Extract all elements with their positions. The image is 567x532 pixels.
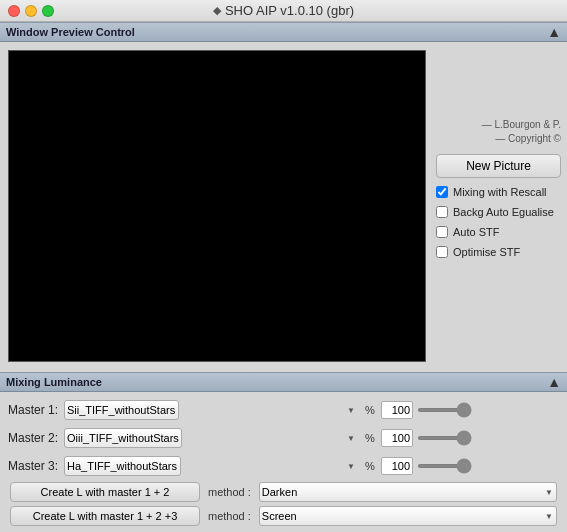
- master-1-label: Master 1:: [8, 403, 60, 417]
- auto-stf-row: Auto STF: [436, 226, 561, 238]
- master-2-select[interactable]: Oiii_TIFF_withoutStars: [64, 428, 182, 448]
- right-panel: — L.Bourgon & P. — Copyright © New Pictu…: [434, 42, 567, 372]
- maximize-button[interactable]: [42, 5, 54, 17]
- method-1-select[interactable]: Darken Screen Lighten Multiply Average: [259, 482, 557, 502]
- titlebar: ◆ SHO AIP v1.0.10 (gbr): [0, 0, 567, 22]
- master-2-label: Master 2:: [8, 431, 60, 445]
- mixing-luminance-header: Mixing Luminance ▲: [0, 372, 567, 392]
- window-preview-label: Window Preview Control: [6, 26, 135, 38]
- master-2-slider[interactable]: [417, 436, 472, 440]
- create-l-1-2-3-button[interactable]: Create L with master 1 + 2 +3: [10, 506, 200, 526]
- window-controls[interactable]: [8, 5, 54, 17]
- close-button[interactable]: [8, 5, 20, 17]
- app-icon: ◆: [213, 4, 221, 17]
- optimise-stf-label: Optimise STF: [453, 246, 520, 258]
- master-3-slider[interactable]: [417, 464, 472, 468]
- master-3-select-wrapper: Ha_TIFF_withoutStars: [64, 456, 359, 476]
- window-preview-collapse-icon[interactable]: ▲: [547, 24, 561, 40]
- mixing-rescall-label: Mixing with Rescall: [453, 186, 547, 198]
- minimize-button[interactable]: [25, 5, 37, 17]
- preview-canvas: [8, 50, 426, 362]
- master-1-pct-input[interactable]: [381, 401, 413, 419]
- master-2-row: Master 2: Oiii_TIFF_withoutStars %: [8, 426, 559, 450]
- mixing-luminance-label: Mixing Luminance: [6, 376, 102, 388]
- backg-auto-row: Backg Auto Egualise: [436, 206, 561, 218]
- master-3-select[interactable]: Ha_TIFF_withoutStars: [64, 456, 181, 476]
- optimise-stf-checkbox[interactable]: [436, 246, 448, 258]
- mixing-rescall-checkbox[interactable]: [436, 186, 448, 198]
- master-1-select-wrapper: Sii_TIFF_withoutStars: [64, 400, 359, 420]
- method-1-label: method :: [208, 486, 251, 498]
- auto-stf-label: Auto STF: [453, 226, 499, 238]
- master-2-pct-label: %: [363, 432, 377, 444]
- master-3-label: Master 3:: [8, 459, 60, 473]
- mixing-luminance-collapse-icon[interactable]: ▲: [547, 374, 561, 390]
- method-1-select-wrapper: Darken Screen Lighten Multiply Average: [259, 482, 557, 502]
- copyright-text: — L.Bourgon & P. — Copyright ©: [436, 118, 561, 146]
- preview-area: [0, 42, 434, 372]
- window-title: SHO AIP v1.0.10 (gbr): [225, 3, 354, 18]
- master-2-select-wrapper: Oiii_TIFF_withoutStars: [64, 428, 359, 448]
- backg-auto-checkbox[interactable]: [436, 206, 448, 218]
- master-1-pct-label: %: [363, 404, 377, 416]
- master-3-pct-input[interactable]: [381, 457, 413, 475]
- master-1-row: Master 1: Sii_TIFF_withoutStars %: [8, 398, 559, 422]
- create-row-2: Create L with master 1 + 2 +3 method : D…: [8, 506, 559, 526]
- window-preview-header: Window Preview Control ▲: [0, 22, 567, 42]
- optimise-stf-row: Optimise STF: [436, 246, 561, 258]
- new-picture-button[interactable]: New Picture: [436, 154, 561, 178]
- master-2-pct-input[interactable]: [381, 429, 413, 447]
- master-1-select[interactable]: Sii_TIFF_withoutStars: [64, 400, 179, 420]
- master-1-slider[interactable]: [417, 408, 472, 412]
- main-content: — L.Bourgon & P. — Copyright © New Pictu…: [0, 42, 567, 372]
- backg-auto-label: Backg Auto Egualise: [453, 206, 554, 218]
- auto-stf-checkbox[interactable]: [436, 226, 448, 238]
- copyright-line1: — L.Bourgon & P.: [436, 118, 561, 132]
- method-2-select-wrapper: Darken Screen Lighten Multiply Average: [259, 506, 557, 526]
- method-2-label: method :: [208, 510, 251, 522]
- mixing-rescall-row: Mixing with Rescall: [436, 186, 561, 198]
- method-2-select[interactable]: Darken Screen Lighten Multiply Average: [259, 506, 557, 526]
- create-l-1-2-button[interactable]: Create L with master 1 + 2: [10, 482, 200, 502]
- mixing-section: Master 1: Sii_TIFF_withoutStars % Master…: [0, 392, 567, 532]
- master-3-pct-label: %: [363, 460, 377, 472]
- master-3-row: Master 3: Ha_TIFF_withoutStars %: [8, 454, 559, 478]
- create-row-1: Create L with master 1 + 2 method : Dark…: [8, 482, 559, 502]
- copyright-line2: — Copyright ©: [436, 132, 561, 146]
